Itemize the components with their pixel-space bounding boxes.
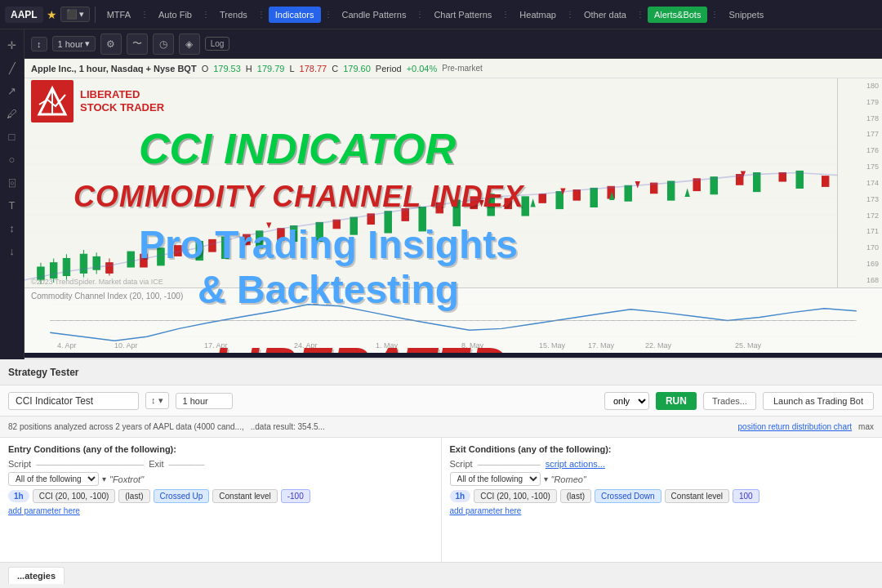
settings-button[interactable]: ⚙ [100,33,122,55]
circle-tool[interactable]: ○ [3,150,21,168]
indicators-button[interactable]: Indicators [269,7,321,23]
svg-rect-51 [573,190,580,201]
exit-indicator-chip[interactable]: CCI (20, 100, -100) [474,489,557,503]
other-data-button[interactable]: Other data [577,7,633,23]
footer-tabs: ...ategies [0,562,882,588]
snippets-button[interactable]: Snippets [722,7,770,23]
clock-button[interactable]: ◷ [153,33,174,55]
trades-button[interactable]: Trades... [703,392,756,410]
entry-script-dividers2: ———— [168,459,204,469]
exit-conditions-title: Exit Conditions (any of the following): [450,444,875,454]
wave-button[interactable]: 〜 [127,33,148,55]
y-axis: 180 179 178 177 176 175 174 173 172 171 … [837,78,882,287]
only-select[interactable]: only [604,392,649,410]
entry-level-val-chip[interactable]: -100 [281,489,310,503]
svg-rect-28 [556,192,563,209]
svg-rect-32 [710,177,717,194]
cci-subtitle: COMMODITY CHANNEL INDEX [74,180,524,214]
y-label-13: 168 [841,276,879,284]
chart-area: Apple Inc., 1 hour, Nasdaq + Nyse BQT O … [24,59,882,353]
auto-fib-button[interactable]: Auto Fib [152,7,198,23]
compare-selector[interactable]: ↕ [31,37,47,51]
close-label: C [332,64,338,74]
entry-any-of-select[interactable]: All of the following [8,472,99,486]
y-label-6: 175 [841,163,879,171]
exit-level-type-chip[interactable]: Constant level [665,489,729,503]
cursor-tool[interactable]: ✛ [3,36,21,54]
divider-1 [95,7,96,23]
low-label: L [289,64,294,74]
exit-add-param[interactable]: add parameter here [450,506,875,515]
mtfa-button[interactable]: MTFA [100,7,137,23]
fibonacci-tool[interactable]: ⌻ [3,173,21,191]
footer-tab-strategies[interactable]: ...ategies [8,567,65,584]
chart-logo: LIBERATED STOCK TRADER [31,80,164,122]
rectangle-tool[interactable]: □ [3,127,21,145]
exit-romeo-label: "Romeo" [551,474,586,484]
log-button[interactable]: Log [205,37,230,51]
text-tool[interactable]: T [3,196,21,214]
cci-indicator-title: CCI INDICATOR [139,124,456,173]
y-label-11: 170 [841,243,879,252]
download-icon[interactable]: ↓ [3,242,21,260]
high-value: 179.79 [257,64,285,74]
entry-indicator-chip[interactable]: CCI (20, 100, -100) [33,489,116,503]
pro-trading-line2: & Backtesting [139,267,518,312]
liberated-title: LIBERATED [212,336,507,353]
strategy-period-input[interactable]: 1 hour [176,393,233,409]
exit-any-of-row: All of the following ▾ "Romeo" [450,472,875,486]
ray-tool[interactable]: ↗ [3,82,21,100]
low-value: 178.77 [300,64,327,74]
entry-condition-row: 1h CCI (20, 100, -100) (last) Crossed Up… [8,489,433,503]
x-label-7: 15. May [539,341,565,350]
stats-return: ..data result: 354.5... [251,422,325,431]
logo-svg [33,82,72,121]
period-selector[interactable]: 1 hour ▾ [52,36,96,51]
compare-select[interactable]: ↕ ▾ [145,392,169,409]
entry-modifier-chip: (last) [118,489,149,503]
exit-script-row: Script ——————— script actions... [450,459,875,469]
entry-level-type-chip[interactable]: Constant level [212,489,277,503]
open-value: 179.53 [213,64,241,74]
logo-icon [31,80,74,122]
second-toolbar: ↕ 1 hour ▾ ⚙ 〜 ◷ ◈ Log [24,29,882,59]
chart-return-link[interactable]: position return distribution chart [738,422,853,431]
trends-button[interactable]: Trends [213,7,254,23]
chart-type-button[interactable]: ⬛ ▾ [60,7,90,22]
exit-action-chip[interactable]: Crossed Down [595,489,662,503]
brush-tool[interactable]: 🖊 [3,105,21,122]
pin-button[interactable]: ◈ [179,33,200,55]
svg-rect-57 [822,176,829,187]
exit-any-of-select[interactable]: All of the following [450,472,541,486]
premarket-label: Pre-market [442,64,482,73]
pro-trading-title: Pro Trading Insights & Backtesting [139,222,518,312]
heatmap-button[interactable]: Heatmap [513,7,563,23]
svg-rect-50 [539,194,546,203]
launch-bot-button[interactable]: Launch as Trading Bot [763,392,874,410]
entry-action-chip[interactable]: Crossed Up [154,489,210,503]
entry-foxtrot-label: "Foxtrot" [109,474,144,484]
trend-line-tool[interactable]: ╱ [3,59,21,77]
svg-rect-30 [625,185,631,201]
entry-any-of-row: All of the following ▾ "Foxtrot" [8,472,433,486]
run-button[interactable]: RUN [656,392,697,410]
exit-level-val-chip[interactable]: 100 [733,489,760,503]
x-label-1: 4. Apr [57,341,77,350]
script-actions-button[interactable]: script actions... [546,459,605,469]
open-label: O [202,64,209,74]
candle-patterns-button[interactable]: Candle Patterns [336,7,413,23]
y-label-10: 171 [841,227,879,235]
chart-patterns-button[interactable]: Chart Patterns [427,7,498,23]
entry-script-dividers: ———————————— [36,459,144,469]
period-arrow: ▾ [85,38,90,49]
star-icon[interactable]: ★ [47,8,57,21]
ticker-badge[interactable]: AAPL [5,7,43,23]
left-sidebar: ✛ ╱ ↗ 🖊 □ ○ ⌻ T ↕ ↓ [0,29,24,359]
exit-dividers: ——————— [478,459,541,469]
entry-add-param[interactable]: add parameter here [8,506,433,515]
strategy-name-input[interactable] [8,392,139,410]
y-label-8: 173 [841,195,879,203]
exit-condition-row: 1h CCI (20, 100, -100) (last) Crossed Do… [450,489,875,503]
alerts-bots-button[interactable]: Alerts&Bots [648,7,707,23]
measure-tool[interactable]: ↕ [3,219,21,237]
